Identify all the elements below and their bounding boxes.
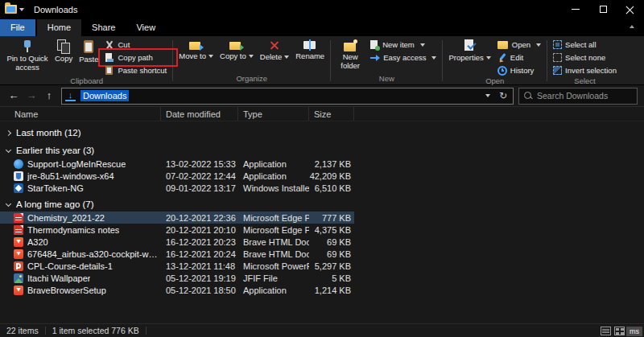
properties-button[interactable]: Properties	[445, 38, 493, 63]
group-header-earlier-this-year[interactable]: Earlier this year (3)	[0, 143, 644, 158]
invert-selection-button[interactable]: Invert selection	[550, 64, 620, 76]
select-none-label: Select none	[565, 53, 605, 62]
pin-icon	[23, 39, 32, 53]
file-name: Support-LogMeInRescue	[27, 159, 126, 169]
dropdown-caret-icon	[536, 43, 541, 47]
file-type: Microsoft Edge P...	[238, 213, 309, 223]
column-header-date-modified[interactable]: Date modified	[161, 107, 238, 121]
tab-view[interactable]: View	[126, 19, 166, 36]
file-date: 13-12-2021 11:48	[161, 261, 238, 271]
maximize-button[interactable]	[589, 0, 617, 18]
tab-file[interactable]: File	[0, 19, 35, 36]
file-row[interactable]: BraveBrowserSetup 05-12-2021 18:50 Appli…	[0, 284, 354, 296]
address-bar[interactable]: ↓ Downloads ↻	[61, 88, 514, 105]
copy-to-label: Copy to	[220, 52, 246, 61]
site-watermark: ms	[626, 327, 642, 336]
new-folder-label: New folder	[336, 53, 364, 71]
file-date: 05-12-2021 19:19	[161, 273, 238, 283]
file-date: 05-12-2021 18:50	[161, 286, 238, 295]
group-header-a-long-time-ago[interactable]: A long time ago (7)	[0, 197, 644, 212]
large-icons-view-button[interactable]	[614, 327, 625, 335]
easy-access-button[interactable]: Easy access	[367, 51, 440, 64]
forward-button[interactable]: →	[23, 87, 40, 105]
search-box[interactable]	[518, 88, 638, 105]
address-dropdown-icon[interactable]	[485, 94, 490, 97]
minimize-button[interactable]	[562, 0, 589, 18]
file-size: 5,297 KB	[309, 261, 354, 271]
history-button[interactable]: History	[494, 64, 544, 76]
cut-button[interactable]: Cut	[101, 39, 170, 51]
brave-html-icon	[14, 249, 23, 259]
collapse-ribbon-icon[interactable]	[630, 25, 634, 28]
file-name: A320	[27, 237, 48, 247]
rename-button[interactable]: Rename	[292, 38, 328, 61]
file-type: JFIF File	[238, 273, 309, 283]
up-button[interactable]: ↑	[40, 87, 58, 105]
details-view-button[interactable]	[601, 327, 611, 335]
group-header-last-month[interactable]: Last month (12)	[0, 125, 644, 140]
copy-button[interactable]: Copy	[52, 38, 76, 64]
move-to-button[interactable]: Move to	[175, 38, 217, 61]
open-button[interactable]: Open	[494, 39, 544, 51]
close-button[interactable]	[617, 0, 644, 18]
new-item-button[interactable]: New item	[367, 39, 440, 51]
tab-share[interactable]: Share	[81, 19, 126, 36]
edit-icon	[497, 53, 507, 63]
organize-group-label: Organize	[175, 74, 328, 84]
paste-button[interactable]: Paste	[76, 38, 101, 64]
file-date: 20-12-2021 22:36	[161, 213, 238, 223]
file-row[interactable]: Thermodynamics notes 20-12-2021 20:10 Mi…	[0, 224, 354, 236]
dropdown-caret-icon	[249, 55, 254, 58]
copy-path-button[interactable]: Copy path	[101, 51, 170, 64]
file-name: BraveBrowserSetup	[27, 286, 106, 295]
file-date: 13-02-2022 15:33	[161, 159, 238, 169]
copy-to-button[interactable]: Copy to	[217, 38, 257, 61]
quick-access-toolbar-caret-icon[interactable]	[19, 8, 24, 11]
address-path-text: Downloads	[80, 90, 129, 101]
file-size: 777 KB	[309, 213, 354, 223]
column-header-type[interactable]: Type	[238, 107, 309, 121]
ribbon-group-select: Select all Select none Invert selection …	[550, 38, 620, 84]
file-date: 07-02-2022 12:44	[161, 171, 238, 181]
rename-label: Rename	[295, 52, 324, 61]
tab-home[interactable]: Home	[37, 19, 81, 36]
edit-button[interactable]: Edit	[494, 51, 544, 64]
ribbon-tab-bar: File Home Share View	[0, 18, 644, 36]
search-input[interactable]	[537, 91, 632, 101]
paste-icon	[83, 39, 95, 54]
file-row[interactable]: jre-8u51-windows-x64 07-02-2022 12:44 Ap…	[0, 170, 354, 182]
file-row[interactable]: A320 16-12-2021 20:23 Brave HTML Docu...…	[0, 236, 354, 248]
java-installer-icon	[14, 171, 23, 181]
chevron-down-icon	[6, 146, 11, 152]
delete-button[interactable]: Delete	[257, 38, 292, 62]
file-row[interactable]: Itachi Wallpaper 05-12-2021 19:19 JFIF F…	[0, 272, 354, 284]
column-header-size[interactable]: Size	[309, 107, 354, 121]
file-row[interactable]: StarToken-NG 09-01-2022 13:17 Windows In…	[0, 182, 354, 194]
ribbon-divider	[442, 40, 443, 81]
dropdown-caret-icon	[420, 43, 425, 47]
brave-app-icon	[14, 286, 23, 295]
column-header-name[interactable]: Name	[0, 107, 161, 121]
file-row[interactable]: Support-LogMeInRescue 13-02-2022 15:33 A…	[0, 158, 354, 170]
file-type: Microsoft Edge P...	[238, 225, 309, 235]
brave-html-icon	[14, 237, 23, 247]
file-explorer-window: Downloads File Home Share View Pin to Qu…	[0, 0, 644, 337]
new-folder-button[interactable]: New folder	[333, 38, 367, 71]
file-name: StarToken-NG	[27, 183, 84, 193]
refresh-icon[interactable]: ↻	[497, 90, 510, 101]
paste-shortcut-button[interactable]: Paste shortcut	[101, 64, 170, 76]
move-to-label: Move to	[179, 52, 206, 61]
file-row[interactable]: CPL-Course-details-1 13-12-2021 11:48 Mi…	[0, 260, 354, 272]
new-group-label: New	[333, 74, 440, 84]
ribbon-group-new: New folder New item Easy access New	[333, 38, 440, 84]
file-size: 5 KB	[309, 273, 354, 283]
file-row[interactable]: 676484_airbus-a320-cockpit-wallpapers_..…	[0, 248, 354, 260]
file-row-selected[interactable]: Chemistry_2021-22 20-12-2021 22:36 Micro…	[0, 212, 354, 224]
select-all-button[interactable]: Select all	[550, 39, 620, 51]
pin-to-quick-access-button[interactable]: Pin to Quick access	[3, 38, 52, 72]
select-none-button[interactable]: Select none	[550, 51, 620, 64]
invert-selection-label: Invert selection	[565, 66, 617, 75]
back-button[interactable]: ←	[5, 87, 23, 105]
file-name: Itachi Wallpaper	[27, 273, 90, 283]
cut-label: Cut	[118, 40, 130, 49]
